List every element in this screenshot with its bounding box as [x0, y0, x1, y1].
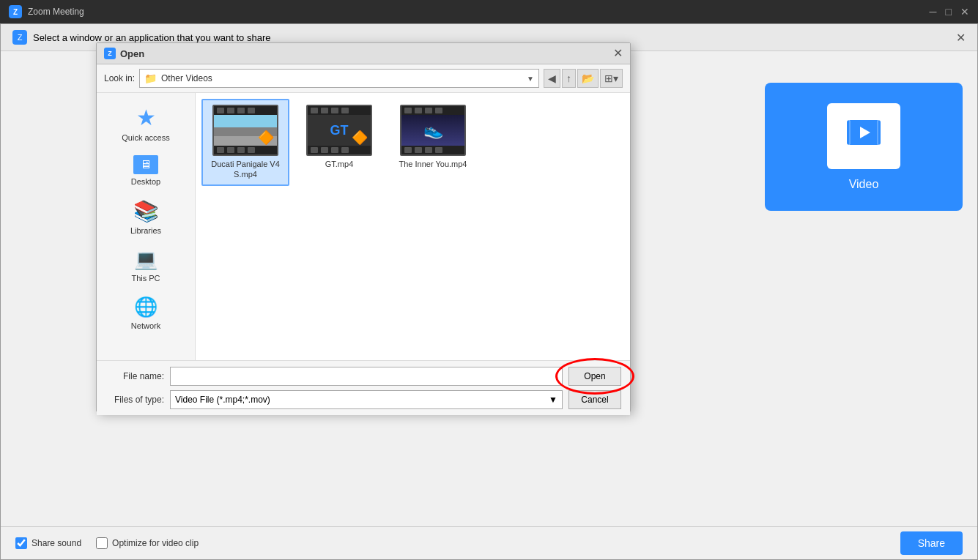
- file-name-input[interactable]: [170, 367, 563, 386]
- files-area: 🔶 Ducati Panigale V4 S.mp4: [196, 93, 630, 360]
- share-sound-item[interactable]: Share sound: [15, 537, 81, 549]
- back-button[interactable]: ◀: [544, 69, 560, 88]
- video-play-icon: [845, 114, 882, 157]
- file-thumbnail-ducati: 🔶: [212, 105, 278, 156]
- this-pc-icon: 💻: [134, 248, 158, 271]
- look-in-label: Look in:: [104, 73, 135, 83]
- thumb-content-inner: 👟: [401, 115, 464, 146]
- open-dialog-titlebar: Z Open ✕: [97, 43, 630, 64]
- dialog-sidebar: ★ Quick access 🖥 Desktop 📚 Libraries: [97, 93, 196, 360]
- sidebar-item-label-this-pc: This PC: [131, 274, 160, 283]
- quick-access-icon: ★: [136, 105, 156, 130]
- view-button[interactable]: ⊞▾: [600, 69, 623, 88]
- file-name-label: File name:: [105, 371, 164, 381]
- network-icon: 🌐: [134, 296, 158, 318]
- open-dialog-title-text: Open: [120, 48, 144, 59]
- film-strip-bottom-gt: [308, 146, 371, 154]
- share-button[interactable]: Share: [900, 531, 963, 555]
- sidebar-item-label-libraries: Libraries: [130, 226, 161, 235]
- film-strip-bottom-inner: [401, 146, 464, 154]
- titlebar-controls[interactable]: ─ □ ✕: [930, 7, 969, 17]
- optimize-video-item[interactable]: Optimize for video clip: [96, 537, 199, 549]
- dropdown-arrow-icon: ▼: [527, 75, 534, 83]
- main-area: Z Select a window or an application that…: [0, 23, 978, 560]
- sidebar-item-label-desktop: Desktop: [131, 177, 160, 186]
- file-item-ducati[interactable]: 🔶 Ducati Panigale V4 S.mp4: [201, 99, 289, 186]
- folder-icon: 📁: [144, 72, 157, 84]
- files-of-type-label: Files of type:: [105, 395, 164, 405]
- sidebar-item-label-quick-access: Quick access: [122, 133, 169, 142]
- open-dialog-zoom-icon: Z: [104, 48, 116, 59]
- share-dialog-close-button[interactable]: ✕: [956, 31, 966, 45]
- cone-icon-ducati: 🔶: [258, 130, 274, 146]
- sidebar-item-quick-access[interactable]: ★ Quick access: [97, 99, 195, 148]
- optimize-video-label: Optimize for video clip: [112, 538, 199, 548]
- optimize-video-checkbox[interactable]: [96, 537, 108, 549]
- zoom-logo-icon: Z: [9, 5, 22, 18]
- files-of-type-dropdown[interactable]: Video File (*.mp4;*.mov) ▼: [170, 390, 563, 409]
- video-card-thumbnail: [827, 103, 900, 169]
- open-dialog-close-button[interactable]: ✕: [613, 48, 623, 59]
- video-card[interactable]: Video: [765, 83, 963, 211]
- titlebar-left: Z Zoom Meeting: [9, 5, 84, 18]
- sidebar-item-label-network: Network: [131, 321, 160, 330]
- share-dialog: Z Select a window or an application that…: [0, 23, 978, 560]
- share-sound-checkbox[interactable]: [15, 537, 27, 549]
- look-in-bar: Look in: 📁 Other Videos ▼ ◀ ↑ 📂 ⊞▾: [97, 64, 630, 93]
- share-bottom-left: Share sound Optimize for video clip: [15, 537, 199, 549]
- thumb-inner-img: 👟: [401, 115, 464, 146]
- cancel-button[interactable]: Cancel: [568, 390, 621, 409]
- new-folder-button[interactable]: 📂: [577, 69, 599, 88]
- sidebar-item-desktop[interactable]: 🖥 Desktop: [97, 149, 195, 192]
- file-thumbnail-inner-you: 👟: [400, 105, 466, 156]
- open-dialog: Z Open ✕ Look in: 📁 Other Videos ▼ ◀ ↑ 📂…: [96, 42, 631, 412]
- open-button[interactable]: Open: [568, 367, 621, 386]
- titlebar: Z Zoom Meeting ─ □ ✕: [0, 0, 978, 23]
- maximize-button[interactable]: □: [946, 7, 952, 17]
- file-name-gt: GT.mp4: [325, 159, 354, 169]
- app-title: Zoom Meeting: [28, 7, 84, 17]
- film-strip-top-gt: [308, 106, 371, 115]
- file-name-row: File name: Open: [105, 367, 621, 386]
- dialog-body: ★ Quick access 🖥 Desktop 📚 Libraries: [97, 93, 630, 360]
- film-strip-top-inner: [401, 106, 464, 115]
- file-name-inner-you: The Inner You.mp4: [399, 159, 467, 169]
- open-btn-wrapper: Open: [568, 367, 621, 386]
- files-of-type-row: Files of type: Video File (*.mp4;*.mov) …: [105, 390, 621, 409]
- look-in-toolbar[interactable]: ◀ ↑ 📂 ⊞▾: [544, 69, 623, 88]
- share-sound-label: Share sound: [32, 538, 81, 548]
- file-item-gt[interactable]: GT 🔶 GT.mp4: [295, 99, 383, 186]
- up-button[interactable]: ↑: [562, 69, 576, 88]
- file-thumbnail-gt: GT 🔶: [306, 105, 372, 156]
- cone-icon-gt: 🔶: [352, 130, 368, 146]
- share-dialog-title-text: Select a window or an application that y…: [33, 32, 270, 43]
- share-dialog-zoom-icon: Z: [12, 30, 27, 45]
- minimize-button[interactable]: ─: [930, 7, 937, 17]
- close-button[interactable]: ✕: [960, 7, 969, 17]
- sidebar-item-this-pc[interactable]: 💻 This PC: [97, 242, 195, 288]
- dialog-bottom: File name: Open Files of type: Video Fil…: [97, 360, 630, 415]
- film-strip-bottom-ducati: [214, 146, 277, 154]
- libraries-icon: 📚: [133, 199, 159, 223]
- file-item-inner-you[interactable]: 👟 The Inner You.mp4: [389, 99, 477, 186]
- sidebar-item-libraries[interactable]: 📚 Libraries: [97, 193, 195, 241]
- current-folder-text: Other Videos: [161, 73, 522, 83]
- film-strip-top-ducati: [214, 106, 277, 115]
- open-dialog-title: Z Open: [104, 48, 144, 59]
- video-card-label: Video: [849, 178, 879, 191]
- look-in-dropdown[interactable]: 📁 Other Videos ▼: [139, 69, 539, 88]
- files-of-type-arrow-icon: ▼: [549, 395, 557, 405]
- sidebar-item-network[interactable]: 🌐 Network: [97, 290, 195, 336]
- share-bottom-bar: Share sound Optimize for video clip Shar…: [1, 526, 977, 559]
- files-of-type-value: Video File (*.mp4;*.mov): [175, 395, 270, 405]
- file-name-ducati: Ducati Panigale V4 S.mp4: [207, 159, 284, 180]
- desktop-icon-inner: 🖥: [140, 158, 152, 171]
- desktop-icon: 🖥: [133, 155, 158, 174]
